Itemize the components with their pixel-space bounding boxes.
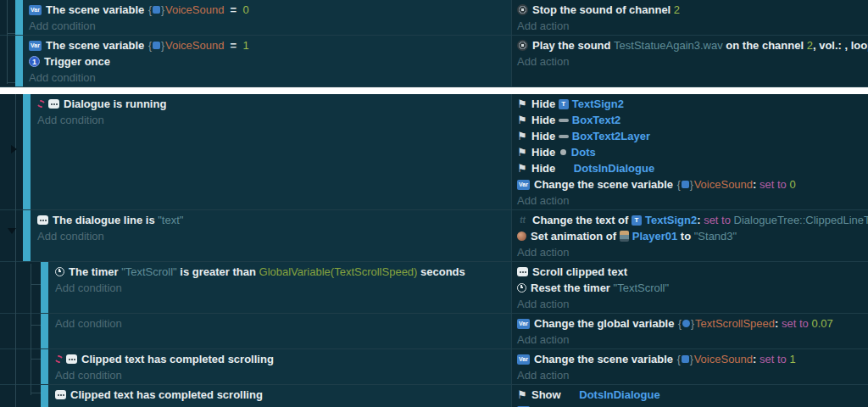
text-segment: 1	[242, 39, 248, 52]
add-action-link[interactable]: Add action	[517, 332, 868, 348]
conditions-column: Clipped text has completed scrollingAdd …	[0, 349, 511, 384]
actions-column: ttChange the text of TTextSign2: set to …	[511, 210, 868, 261]
action-row[interactable]: ⚑Hide DotsInDialogue	[517, 160, 868, 176]
action-row[interactable]: ⚑Hide TTextSign2	[517, 96, 868, 112]
condition-row[interactable]: The timer "TextScroll" is greater than G…	[55, 264, 511, 280]
add-action-link[interactable]: Add action	[517, 244, 868, 260]
condition-row[interactable]: Dialogue is running	[37, 96, 511, 112]
text-segment: VoiceSound	[165, 3, 224, 16]
change-text-icon: tt	[517, 215, 528, 225]
text-segment: to	[677, 230, 694, 243]
audio-icon	[517, 4, 528, 15]
actions-column: Stop the sound of channel 2Add action	[511, 0, 868, 35]
var-icon: Var	[29, 5, 42, 15]
action-row[interactable]: ⚑Hide BoxText2Layer	[517, 128, 868, 144]
text-segment: :	[753, 178, 760, 191]
event-group-bottom: Dialogue is runningAdd condition⚑Hide TT…	[0, 94, 868, 407]
refresh-icon	[54, 354, 64, 365]
action-row[interactable]: Stop the sound of channel 2	[517, 2, 868, 18]
text-segment: :	[697, 214, 704, 226]
text-segment: 1	[789, 353, 795, 365]
text-segment: Clipped text has completed scrolling	[70, 388, 263, 401]
text-segment: DialogueTree::ClippedLineText()	[734, 214, 868, 226]
add-condition-link[interactable]: Add condition	[55, 403, 511, 407]
var-icon: Var	[29, 41, 42, 51]
add-condition-link[interactable]: Add condition	[55, 367, 511, 383]
action-row[interactable]: VarChange the global variable {}TextScro…	[517, 315, 868, 332]
action-row[interactable]: ⚑Hide BoxText2	[517, 112, 868, 128]
dialogue-icon	[66, 354, 77, 364]
text-segment: Set animation of	[531, 230, 620, 243]
actions-column: Play the sound TestStatueAgain3.wav on t…	[511, 36, 868, 86]
action-row[interactable]: ⚑Show DotsInDialogue	[517, 387, 868, 403]
text-segment: Play the sound	[532, 39, 614, 52]
expand-arrow-icon[interactable]	[8, 228, 16, 234]
tree-tick	[7, 82, 15, 83]
dot-object-icon	[560, 149, 566, 155]
add-action-link[interactable]: Add action	[517, 296, 868, 312]
text-segment: Scroll clipped text	[532, 265, 627, 278]
add-action-link[interactable]: Add action	[517, 192, 868, 209]
text-segment: "Stand3"	[694, 230, 737, 243]
actions-column: VarChange the scene variable {}VoiceSoun…	[511, 349, 868, 384]
text-segment: Change the global variable	[534, 317, 677, 330]
conditions-column: Add condition	[0, 314, 511, 348]
conditions-column: Dialogue is runningAdd condition	[0, 94, 511, 209]
actions-column: VarChange the global variable {}TextScro…	[511, 314, 868, 348]
event: The dialogue line is "text"Add condition…	[0, 210, 868, 262]
text-segment: Show	[531, 388, 564, 401]
tree-line	[15, 94, 16, 407]
action-row[interactable]: VarChange the scene variable {}VoiceSoun…	[517, 351, 868, 367]
event-indent-bar	[15, 0, 23, 35]
condition-row[interactable]: VarThe scene variable {}VoiceSound = 0	[29, 2, 511, 18]
add-action-link[interactable]: Add action	[517, 18, 868, 34]
var-icon: Var	[517, 354, 530, 365]
add-condition-link[interactable]: Add condition	[55, 280, 511, 296]
text-segment: Stop the sound of channel	[532, 3, 674, 16]
action-row[interactable]: VarChange the scene variable {}VoiceSoun…	[517, 176, 868, 192]
text-segment: =	[224, 3, 242, 16]
action-row[interactable]: Scroll clipped text	[517, 264, 868, 280]
collapse-arrow-icon[interactable]	[11, 145, 17, 153]
text-segment: VoiceSound	[694, 178, 753, 191]
actions-column: ⚑Hide TTextSign2⚑Hide BoxText2⚑Hide BoxT…	[511, 94, 868, 209]
add-condition-link[interactable]: Add condition	[29, 70, 511, 86]
text-segment: VoiceSound	[165, 39, 224, 52]
text-segment: set to	[760, 353, 789, 365]
text-segment: BoxText2	[572, 114, 621, 126]
action-row[interactable]: Play the sound TestStatueAgain3.wav on t…	[517, 37, 868, 53]
action-row[interactable]: VarChange the scene variable {}VoiceSoun…	[517, 403, 868, 407]
condition-row[interactable]: 1Trigger once	[29, 53, 511, 70]
add-condition-link[interactable]: Add condition	[29, 18, 511, 34]
add-condition-link[interactable]: Add condition	[37, 112, 511, 128]
event: The timer "TextScroll" is greater than G…	[0, 262, 868, 314]
action-row[interactable]: Reset the timer "TextScroll"	[517, 280, 868, 296]
condition-row[interactable]: The dialogue line is "text"	[37, 212, 511, 228]
audio-icon	[517, 40, 528, 51]
text-segment: set to	[760, 178, 789, 191]
add-action-link[interactable]: Add action	[517, 53, 868, 70]
condition-row[interactable]: VarThe scene variable {}VoiceSound = 1	[29, 37, 511, 53]
flag-icon: ⚑	[517, 114, 527, 126]
text-segment: Hide	[531, 162, 559, 175]
text-segment: Hide	[531, 130, 559, 142]
flag-icon: ⚑	[517, 162, 527, 175]
condition-row[interactable]: Clipped text has completed scrolling	[55, 387, 511, 403]
add-condition-link[interactable]: Add condition	[55, 315, 511, 332]
event: Dialogue is runningAdd condition⚑Hide TT…	[0, 94, 868, 210]
text-segment: Hide	[531, 98, 559, 110]
add-condition-link[interactable]: Add condition	[37, 228, 511, 244]
action-row[interactable]: ⚑Hide Dots	[517, 144, 868, 160]
text-segment: Player01	[632, 230, 678, 243]
scene-var-badge: {}	[677, 179, 693, 191]
tree-tick	[31, 325, 41, 326]
event-indent-bar	[15, 36, 23, 86]
text-segment: 0	[789, 178, 795, 191]
add-action-link[interactable]: Add action	[517, 367, 868, 383]
text-segment: The scene variable	[46, 39, 147, 52]
condition-row[interactable]: Clipped text has completed scrolling	[55, 351, 511, 367]
flag-icon: ⚑	[517, 388, 527, 401]
action-row[interactable]: ttChange the text of TTextSign2: set to …	[517, 212, 868, 228]
player-thumbnail-icon	[620, 231, 629, 242]
action-row[interactable]: Set animation of Player01 to "Stand3"	[517, 228, 868, 244]
